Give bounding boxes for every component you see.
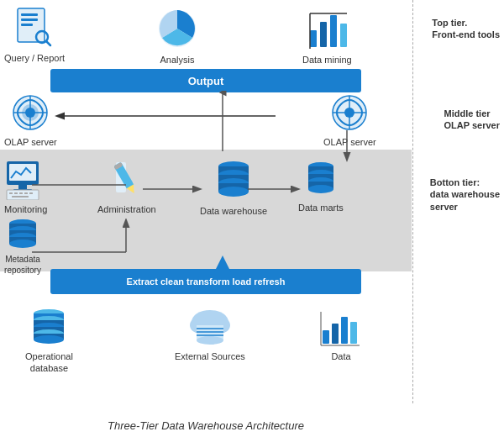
svg-line-5 [46, 41, 50, 45]
opdb-icon [28, 307, 70, 347]
svg-rect-85 [323, 330, 329, 344]
data-item: Data [319, 307, 363, 362]
output-bar: Output [50, 69, 361, 92]
analysis-label: Analysis [160, 54, 195, 66]
olap-left-icon [10, 92, 50, 133]
svg-point-84 [197, 336, 223, 345]
query-report-icon [13, 7, 55, 49]
datamining-icon [305, 7, 349, 50]
administration-label: Administration [97, 203, 156, 215]
svg-point-17 [25, 108, 35, 118]
svg-rect-8 [320, 22, 327, 47]
bottom-title: Three-Tier Data Warehouse Architecture [0, 419, 412, 432]
extract-label: Extract clean transform load refresh [127, 276, 286, 287]
olap-down-arrow [334, 130, 360, 164]
analysis-item: Analysis [155, 7, 199, 66]
svg-point-76 [34, 335, 64, 344]
opdb-label: Operationaldatabase [25, 350, 73, 375]
bottom-arrows [0, 176, 412, 202]
olap-right-icon [329, 92, 370, 133]
svg-rect-86 [332, 324, 339, 344]
opdb-item: Operationaldatabase [25, 307, 73, 375]
data-label: Data [331, 350, 350, 362]
datamining-label: Data mining [302, 54, 352, 66]
title-text: Three-Tier Data Warehouse Architecture [108, 419, 304, 432]
warehouse-up-arrow [210, 91, 235, 154]
svg-rect-87 [341, 317, 348, 344]
svg-rect-9 [330, 15, 337, 47]
metadata-arrow [32, 218, 133, 269]
extract-bar: Extract clean transform load refresh [50, 269, 361, 294]
svg-rect-2 [21, 18, 38, 21]
external-sources-item: External Sources [175, 307, 245, 362]
monitoring-label: Monitoring [4, 203, 47, 215]
external-sources-icon [188, 307, 232, 347]
middle-tier-label: Middle tierOLAP server [444, 108, 500, 132]
bottom-tier-label: Botton tier:data warehouseserver [430, 176, 500, 213]
query-report-item: Query / Report [4, 7, 65, 64]
top-tier-label: Top tier.Front-end tools [432, 17, 500, 41]
datamarts-label: Data marts [298, 202, 344, 213]
svg-rect-7 [310, 30, 317, 47]
extract-up-arrow [210, 252, 235, 273]
svg-rect-1 [21, 13, 38, 16]
olap-left-label: OLAP server [4, 136, 57, 148]
svg-rect-10 [340, 24, 347, 47]
diagram: Top tier.Front-end tools Middle tierOLAP… [0, 0, 504, 437]
analysis-icon [155, 7, 199, 50]
tier-labels: Top tier.Front-end tools Middle tierOLAP… [412, 0, 504, 437]
svg-marker-67 [214, 255, 231, 272]
svg-rect-3 [21, 24, 33, 26]
svg-point-21 [344, 108, 354, 118]
middle-arrows [49, 108, 326, 124]
external-sources-label: External Sources [175, 350, 245, 362]
datamining-item: Data mining [302, 7, 352, 66]
query-report-label: Query / Report [4, 52, 65, 64]
warehouse-label: Data warehouse [200, 205, 267, 217]
output-label: Output [188, 75, 224, 87]
data-icon [319, 307, 363, 347]
svg-rect-88 [350, 322, 357, 344]
